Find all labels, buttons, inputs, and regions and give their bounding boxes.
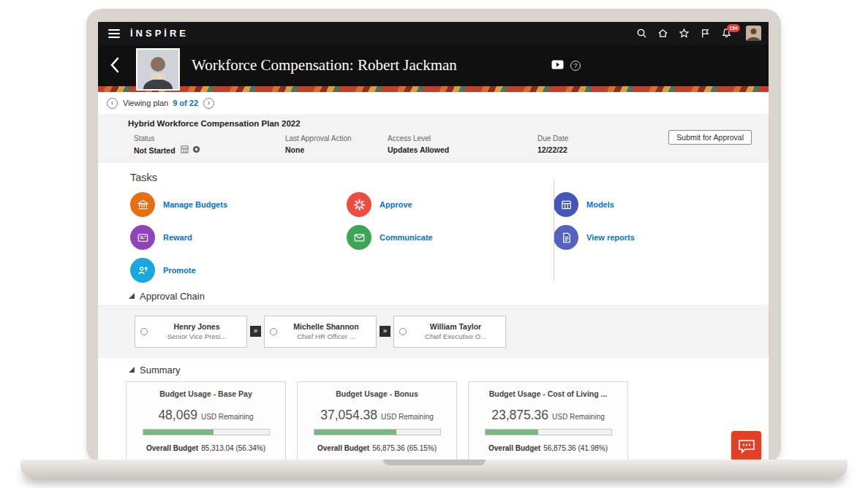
field-last-approval-action: Last Approval Action None <box>285 134 388 155</box>
top-navigation-bar: İNSPİRE 154 <box>98 22 769 45</box>
app-screen: İNSPİRE 154 <box>98 22 769 462</box>
viewing-plan-label: Viewing plan <box>123 99 168 107</box>
hamburger-menu-icon[interactable] <box>108 29 120 38</box>
models-grid-icon <box>554 192 578 217</box>
approver-radio[interactable] <box>140 328 148 335</box>
laptop-frame: İNSPİRE 154 <box>86 9 781 463</box>
chain-next-icon: » <box>250 326 261 337</box>
promote-icon <box>130 258 155 283</box>
field-status: Status Not Started <box>134 134 285 155</box>
app-logo: İNSPİRE <box>130 28 189 39</box>
submit-for-approval-button[interactable]: Submit for Approval <box>668 130 752 145</box>
notification-count-badge: 154 <box>727 24 740 32</box>
collapse-triangle-icon[interactable] <box>129 293 135 299</box>
video-icon[interactable] <box>551 59 564 72</box>
tasks-column-2: Approve Communicate <box>347 192 554 291</box>
topbar-actions: 154 <box>635 26 761 41</box>
approval-chain-heading: Approval Chain <box>140 291 205 302</box>
task-view-reports[interactable]: View reports <box>554 225 635 250</box>
task-models[interactable]: Models <box>554 192 635 217</box>
remaining-amount: 23,875.36 <box>491 408 548 422</box>
approver-card[interactable]: William Taylor Chief Executive O... <box>393 316 506 348</box>
envelope-icon <box>347 225 371 250</box>
plan-name: Hybrid Workforce Compensation Plan 2022 <box>128 119 754 128</box>
plan-position: 9 of 22 <box>173 99 198 107</box>
banner-icons: ? <box>551 59 581 72</box>
chain-next-icon: » <box>380 326 390 337</box>
chat-bubble-icon <box>738 438 755 454</box>
budget-progress-bar <box>143 429 270 435</box>
reward-card-icon <box>130 225 155 250</box>
page-title: Workforce Compensation: Robert Jackman <box>192 45 457 86</box>
budget-card-cost-of-living: Budget Usage - Cost of Living ... 23,875… <box>468 381 628 462</box>
task-reward[interactable]: Reward <box>130 225 347 250</box>
budget-card-bonus: Budget Usage - Bonus 37,054.38USD Remain… <box>297 381 457 462</box>
tasks-section: Tasks Manage Budgets <box>98 163 769 289</box>
next-plan-button[interactable]: › <box>203 98 214 109</box>
budget-progress-fill <box>314 430 396 435</box>
task-approve[interactable]: Approve <box>347 192 554 217</box>
user-avatar[interactable] <box>746 26 761 41</box>
plan-pager: ‹ Viewing plan 9 of 22 › <box>98 92 769 114</box>
approver-radio[interactable] <box>270 328 277 335</box>
tasks-column-1: Manage Budgets Reward Prom <box>130 192 347 291</box>
summary-section: Summary Budget Usage - Base Pay 48,069US… <box>98 362 769 462</box>
task-communicate[interactable]: Communicate <box>347 225 554 250</box>
favorites-star-icon[interactable] <box>678 28 690 39</box>
employee-photo <box>136 48 180 91</box>
summary-heading: Summary <box>140 365 181 375</box>
status-info-icon[interactable] <box>192 145 200 155</box>
tasks-column-divider <box>554 180 554 281</box>
report-doc-icon <box>554 225 578 250</box>
chat-feedback-button[interactable] <box>731 431 761 461</box>
collapse-triangle-icon[interactable] <box>129 367 135 373</box>
approver-card[interactable]: Henry Jones Senior Vice Presi... <box>135 316 247 348</box>
field-due-date: Due Date 12/22/22 <box>537 134 568 155</box>
remaining-amount: 48,069 <box>158 408 197 422</box>
budget-progress-bar <box>314 429 441 435</box>
approval-chain-panel: Henry Jones Senior Vice Presi... » Miche… <box>98 305 769 358</box>
laptop-base <box>20 460 848 479</box>
approver-radio[interactable] <box>399 328 407 335</box>
approver-card[interactable]: Michelle Shannon Chief HR Officer ... <box>264 316 377 348</box>
bank-icon <box>130 192 155 217</box>
remaining-amount: 37,054.38 <box>320 408 377 422</box>
plan-info-panel: Hybrid Workforce Compensation Plan 2022 … <box>98 114 769 163</box>
back-chevron-icon[interactable] <box>110 57 119 76</box>
budget-progress-fill <box>486 430 538 435</box>
plan-fields: Status Not Started <box>128 134 754 155</box>
previous-plan-button[interactable]: ‹ <box>107 98 118 109</box>
decorative-pattern-strip <box>98 86 769 92</box>
field-access-level: Access Level Updates Allowed <box>388 134 537 155</box>
tasks-heading: Tasks <box>130 172 769 183</box>
task-manage-budgets[interactable]: Manage Budgets <box>130 192 347 217</box>
tasks-column-3: Models View reports <box>554 192 635 291</box>
page-banner: Workforce Compensation: Robert Jackman ? <box>98 45 769 86</box>
task-promote[interactable]: Promote <box>130 258 347 283</box>
home-icon[interactable] <box>657 28 668 39</box>
help-icon[interactable]: ? <box>570 61 581 71</box>
approval-chain-section: Approval Chain Henry Jones Senior Vice P… <box>98 289 769 358</box>
approve-flower-icon <box>347 192 371 217</box>
flag-icon[interactable] <box>699 28 711 39</box>
budget-progress-fill <box>143 430 214 435</box>
search-icon[interactable] <box>635 28 647 39</box>
budget-progress-bar <box>485 429 612 435</box>
status-grid-icon[interactable] <box>181 145 189 155</box>
budget-card-base-pay: Budget Usage - Base Pay 48,069USD Remain… <box>126 381 286 462</box>
notifications-bell-icon[interactable]: 154 <box>720 28 732 39</box>
page: İNSPİRE 154 <box>0 0 868 488</box>
